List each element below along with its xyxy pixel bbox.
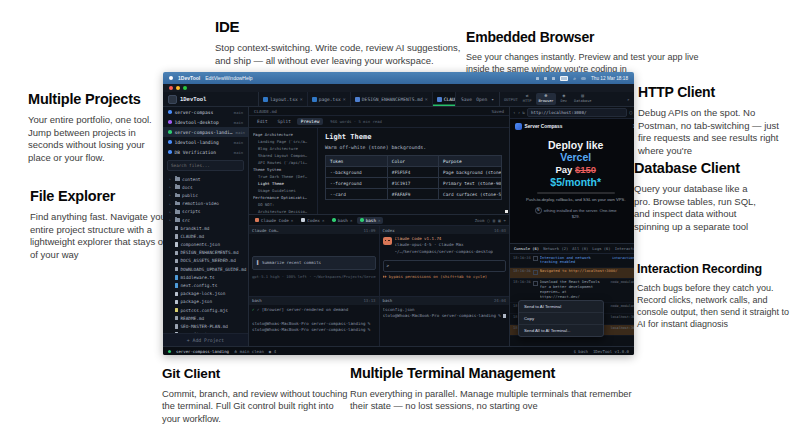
add-project-button[interactable]: + Add Project [163, 333, 248, 346]
file-item[interactable]: DESIGN_ENHANCEMENTS.md [163, 249, 248, 257]
file-item[interactable]: package.json [163, 298, 248, 306]
outline-item[interactable]: Shared Layout Compon… [253, 152, 317, 159]
folder-item[interactable]: ▸ src [163, 216, 248, 224]
console-tab[interactable]: All (8) [572, 246, 588, 251]
terminal-pane-bash-1[interactable]: bash 13:13 ✓ ✓ [Browser] server-rendered… [249, 297, 379, 347]
terminal-prompt-box[interactable]: ▌ Summarize recent commits [252, 256, 376, 270]
site-brand[interactable]: Server Compass [525, 124, 563, 129]
outline-item[interactable]: Theme System [253, 166, 317, 173]
folder-item[interactable]: ▸ scripts [163, 208, 248, 216]
battery-icon[interactable] [560, 76, 568, 81]
chevron-down-icon[interactable]: ▾ [491, 97, 494, 102]
menubar-status-icon[interactable] [544, 77, 547, 80]
editor-mode-tab[interactable]: Split [274, 118, 295, 125]
git-branch-status[interactable]: ⋔ main clean [234, 349, 264, 354]
panel-tab[interactable]: ⇄ HTTP [521, 93, 534, 104]
menubar-status-icon[interactable] [552, 77, 555, 80]
console-log-row[interactable]: 18:16:36 Navigated to http://localhost:3… [510, 268, 634, 279]
scrollbar-nub[interactable] [505, 210, 508, 213]
terminal-tab[interactable]: bash × [357, 217, 383, 224]
menubar-item[interactable]: Edit [205, 75, 214, 81]
add-terminal-button[interactable]: + [504, 218, 506, 223]
open-button[interactable]: Open [476, 97, 487, 102]
editor-tab-layout[interactable]: layout.tsx × [259, 92, 308, 106]
outline-item[interactable]: True Dark Theme (Def… [253, 173, 317, 180]
outline-item[interactable]: Performance Optimizati… [253, 194, 317, 201]
menubar-item[interactable]: View [214, 75, 225, 81]
context-menu-item[interactable]: Copy [519, 313, 603, 325]
terminal-prompt-box[interactable]: > [383, 260, 507, 272]
file-item[interactable]: next.config.ts [163, 281, 248, 289]
panel-tab[interactable]: ▤ Database [572, 93, 593, 104]
panel-tab[interactable]: ⊕ Browser [536, 93, 555, 104]
terminal-tab[interactable]: Claude Code × [252, 217, 296, 224]
terminal-tab[interactable]: Codex × [298, 217, 327, 224]
editor-tab-design-enhancements[interactable]: DESIGN_ENHANCEMENTS.md × [351, 92, 433, 106]
project-item[interactable]: server-compass main [163, 107, 248, 117]
project-item[interactable]: server-compass-landi… main [163, 127, 248, 137]
save-button[interactable]: Save [461, 97, 472, 102]
console-log-row[interactable]: 18:16:34 Interaction and network trackin… [510, 254, 634, 268]
project-item[interactable]: DB Verification main [163, 147, 248, 157]
file-item[interactable]: DOWNLOADS_UPDATE_GUIDE.md [163, 265, 248, 273]
panel-tab[interactable]: ◉ Dev [559, 93, 570, 104]
console-tab[interactable]: Network (2) [543, 246, 568, 251]
close-icon[interactable]: × [350, 218, 353, 223]
terminal-pane-bash-2[interactable]: bash 24:04 tsconfig.json stolo@Whoas-Mac… [380, 297, 510, 347]
console-tab[interactable]: Console (6) [514, 246, 539, 251]
file-item[interactable]: middleware.ts [163, 273, 248, 281]
folder-item[interactable]: ▸ content [163, 175, 248, 183]
outline-item[interactable]: API Routes (`/api/li… [253, 159, 317, 166]
terminal-tab[interactable]: bash × [329, 217, 355, 224]
output-label[interactable]: OUTPUT [504, 97, 518, 102]
terminal-pane-codex[interactable]: Codex 14:03 Claude Code v1.1.74 claude-o… [380, 226, 510, 296]
menubar-clock[interactable]: Thu 12 Mar 18:18 [591, 76, 628, 81]
layout-grid-icon[interactable]: ▦ [498, 218, 500, 223]
outline-item[interactable]: Page Architecture [253, 131, 317, 138]
log-checkbox[interactable] [533, 256, 538, 261]
menubar-item[interactable]: Help [242, 75, 252, 81]
outline-item[interactable]: Usage Guidelines [253, 187, 317, 194]
site-logo-icon[interactable] [515, 123, 522, 130]
search-input[interactable] [167, 160, 244, 171]
log-checkbox[interactable] [533, 281, 538, 286]
close-icon[interactable]: × [300, 96, 303, 102]
close-icon[interactable]: × [322, 218, 325, 223]
file-item[interactable]: DOCS_ASSETS_NEEDED.md [163, 257, 248, 265]
project-item[interactable]: 1devtool-desktop main [163, 117, 248, 127]
log-checkbox[interactable] [533, 270, 538, 275]
context-menu-item[interactable]: Send to AI Terminal [519, 301, 603, 313]
terminal-pane-claude[interactable]: Claude Com… 11:09 ▌ Summarize recent com… [249, 226, 379, 296]
hamburger-menu-icon[interactable]: ≡ [633, 123, 634, 129]
search-icon[interactable]: ⌕ [573, 75, 576, 82]
chevron-right-icon[interactable]: ▸ [627, 97, 630, 102]
context-menu-item[interactable]: Send All to AI Terminal... [519, 325, 603, 336]
project-item[interactable]: 1devtool-landing main [163, 137, 248, 147]
statusbar-count[interactable]: ● 4 [269, 349, 276, 354]
close-icon[interactable]: × [343, 96, 346, 102]
file-item[interactable]: package-lock.json [163, 290, 248, 298]
file-item[interactable]: postcss.config.mjs [163, 306, 248, 314]
outline-item[interactable]: Landing Page (`src/a… [253, 138, 317, 145]
file-item[interactable]: SEO-MASTER-PLAN.md [163, 322, 248, 330]
layout-rows-icon[interactable]: ▥ [493, 218, 495, 223]
folder-item[interactable]: ▸ public [163, 191, 248, 199]
editor-mode-tab[interactable]: Edit [253, 118, 272, 125]
file-item[interactable]: README.md [163, 314, 248, 322]
folder-item[interactable]: ▸ docs [163, 183, 248, 191]
reload-icon[interactable]: ↻ [522, 110, 525, 115]
zoom-label[interactable]: Zoom [475, 218, 485, 223]
apple-logo-icon[interactable] [169, 76, 173, 80]
file-item[interactable]: CLAUDE.md [163, 232, 248, 240]
outline-item[interactable]: Light Theme [253, 180, 317, 187]
minimize-window-button[interactable] [176, 86, 180, 90]
close-icon[interactable]: × [378, 218, 381, 223]
menubar-status-icon[interactable] [536, 77, 539, 80]
statusbar-project[interactable]: server-compass-landing [176, 349, 229, 354]
layout-single-icon[interactable]: ▢ [487, 218, 489, 223]
editor-mode-tab[interactable]: Preview [297, 118, 324, 125]
control-center-icon[interactable] [581, 77, 586, 80]
menubar-item[interactable]: Window [225, 75, 243, 81]
maximize-window-button[interactable] [183, 86, 187, 90]
close-icon[interactable]: × [291, 218, 294, 223]
